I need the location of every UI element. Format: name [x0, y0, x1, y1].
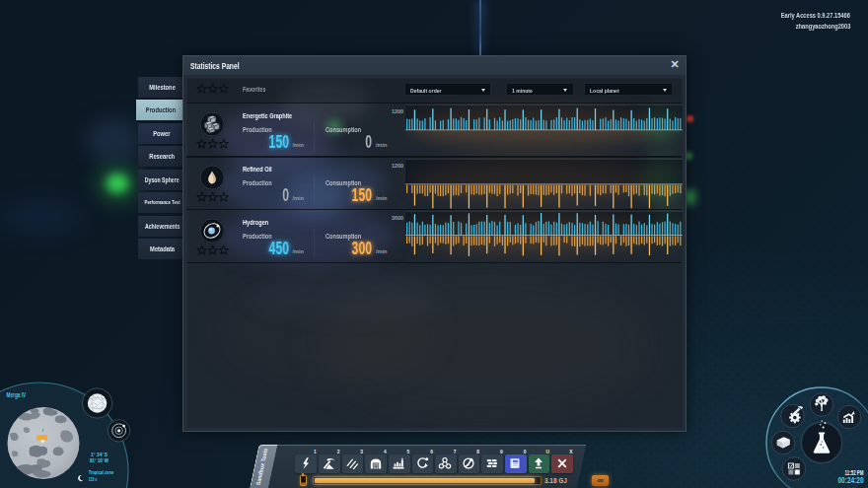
svg-text:11:52 PM: 11:52 PM — [845, 469, 864, 476]
svg-text:81° 10’ W: 81° 10’ W — [90, 457, 108, 463]
svg-text:1200: 1200 — [392, 162, 403, 168]
svg-text:Tropical zone: Tropical zone — [89, 469, 114, 475]
svg-text:00:24:20: 00:24:20 — [838, 476, 864, 485]
svg-text:3600: 3600 — [392, 215, 403, 221]
svg-text:1200: 1200 — [392, 108, 403, 114]
svg-text:Merga IV: Merga IV — [7, 390, 27, 399]
svg-text:115 s: 115 s — [89, 476, 98, 482]
